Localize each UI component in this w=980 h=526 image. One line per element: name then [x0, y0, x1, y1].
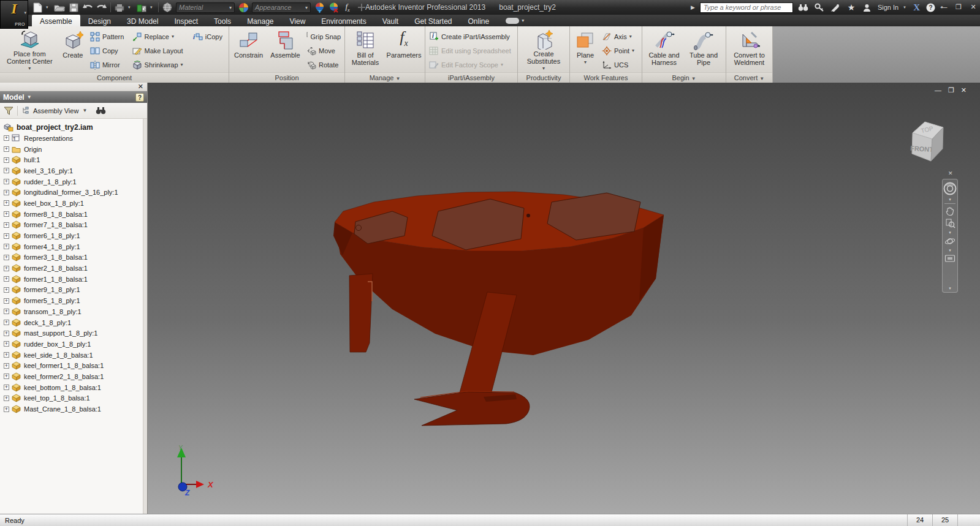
tree-item-keel-side-1-8-balsa-1[interactable]: +keel_side_1_8_balsa:1 [3, 350, 143, 361]
expander-icon[interactable]: + [4, 341, 9, 347]
tree-item-longitudinal-former-3-16-ply-1[interactable]: +longitudinal_former_3_16_ply:1 [3, 187, 143, 198]
tab-online[interactable]: Online [460, 15, 498, 26]
view-cube[interactable]: TOP FRONT [903, 113, 949, 165]
expander-icon[interactable]: + [4, 200, 9, 206]
ribbon-display-options-button[interactable]: ▾ [506, 15, 524, 26]
expander-icon[interactable]: + [4, 287, 9, 293]
appearance-combobox[interactable]: Appearance▾ [252, 2, 311, 13]
expander-icon[interactable]: + [4, 244, 9, 249]
assemble-button[interactable]: Assemble [267, 28, 304, 72]
tree-item-former5-1-8-ply-1[interactable]: +former5_1_8_ply:1 [3, 295, 143, 306]
redo-button[interactable] [96, 2, 107, 13]
chevron-down-icon[interactable]: ▼ [82, 108, 87, 113]
tree-item-mast-crane-1-8-balsa-1[interactable]: +Mast_Crane_1_8_balsa:1 [3, 404, 143, 415]
new-file-button[interactable] [32, 2, 43, 13]
tree-item-former4-1-8-ply-1[interactable]: +former4_1_8_ply:1 [3, 241, 143, 252]
tab-manage[interactable]: Manage [239, 15, 281, 26]
copy-button[interactable]: Copy [88, 43, 130, 58]
axis-button[interactable]: Axis▾ [599, 29, 639, 43]
tree-item-origin[interactable]: +Origin [3, 144, 143, 155]
expander-icon[interactable]: + [4, 233, 9, 239]
browser-help-button[interactable]: ? [135, 93, 144, 102]
tree-item-keel-former2-1-8-balsa-1[interactable]: +keel_former2_1_8_balsa:1 [3, 371, 143, 382]
tree-item-rudder-box-1-8-ply-1[interactable]: +rudder_box_1_8_ply:1 [3, 339, 143, 350]
tree-item-keel-former1-1-8-balsa-1[interactable]: +keel_former1_1_8_balsa:1 [3, 360, 143, 371]
expand-arrow-icon[interactable]: ▶ [691, 4, 695, 10]
minimize-button[interactable]: — [940, 3, 948, 10]
update-dropdown[interactable]: ▾ [150, 5, 155, 10]
expander-icon[interactable]: + [4, 363, 9, 369]
expander-icon[interactable]: + [4, 298, 9, 304]
convert-to-weldment-button[interactable]: Convert to Weldment [727, 28, 771, 72]
rotate-button[interactable]: Rotate [304, 58, 343, 72]
clear-appearance-button[interactable] [328, 2, 339, 13]
tree-item-former9-1-8-ply-1[interactable]: +former9_1_8_ply:1 [3, 285, 143, 296]
close-button[interactable]: ✕ [969, 3, 978, 11]
subscription-key-icon[interactable] [814, 2, 825, 13]
chevron-down-icon[interactable]: ▾ [949, 230, 951, 235]
sign-in-button[interactable]: Sign In [878, 4, 898, 11]
tab-vault[interactable]: Vault [374, 15, 406, 26]
tree-item-rudder-1-8-ply-1[interactable]: +rudder_1_8_ply:1 [3, 176, 143, 187]
tab-get-started[interactable]: Get Started [406, 15, 460, 26]
expander-icon[interactable]: + [4, 211, 9, 217]
navigation-wheel-icon[interactable] [943, 182, 957, 195]
search-binoculars-icon[interactable] [798, 2, 809, 13]
expander-icon[interactable]: + [4, 309, 9, 314]
tree-item-former6-1-8-ply-1[interactable]: +former6_1_8_ply:1 [3, 230, 143, 241]
expander-icon[interactable]: + [4, 320, 9, 325]
expander-icon[interactable]: + [4, 276, 9, 282]
tree-item-former7-1-8-balsa-1[interactable]: +former7_1_8_balsa:1 [3, 220, 143, 231]
icopy-button[interactable]: iiCopy [190, 29, 227, 43]
adjust-appearance-button[interactable] [314, 2, 325, 13]
expander-icon[interactable]: + [4, 385, 9, 390]
communication-center-icon[interactable] [830, 2, 841, 13]
favorites-star-icon[interactable]: ★ [846, 2, 857, 13]
update-button[interactable] [136, 2, 147, 13]
tree-root-assembly[interactable]: boat_project_try2.iam [3, 121, 143, 133]
expander-icon[interactable]: + [4, 255, 9, 260]
doc-minimize-button[interactable]: — [935, 86, 941, 94]
view-mode-selector[interactable]: Assembly View [33, 107, 78, 115]
tab-inspect[interactable]: Inspect [166, 15, 206, 26]
expander-icon[interactable]: + [4, 396, 9, 401]
expander-icon[interactable]: + [4, 407, 9, 412]
help-icon[interactable]: ? [925, 2, 936, 13]
shrinkwrap-button[interactable]: Shrinkwrap▾ [130, 58, 190, 72]
expander-icon[interactable]: + [4, 179, 9, 184]
chevron-down-icon[interactable]: ▼ [27, 94, 32, 100]
expander-icon[interactable]: + [4, 190, 9, 195]
browser-scrollbar[interactable] [143, 119, 147, 514]
application-menu-button[interactable]: I ▾ PRO [0, 0, 28, 29]
cable-and-harness-button[interactable]: Cable and Harness [644, 28, 685, 72]
tree-item-keel-top-1-8-balsa-1[interactable]: +keel_top_1_8_balsa:1 [3, 393, 143, 404]
tube-and-pipe-button[interactable]: Tube and Pipe [685, 28, 723, 72]
parameters-button[interactable]: fx Parameters [384, 28, 424, 72]
expander-icon[interactable]: + [4, 135, 9, 141]
chevron-down-icon[interactable]: ▾ [949, 248, 951, 252]
tab-3d-model[interactable]: 3D Model [119, 15, 166, 26]
chevron-down-icon[interactable]: ▾ [949, 197, 951, 201]
color-wheel-icon[interactable] [238, 2, 249, 13]
tab-view[interactable]: View [282, 15, 314, 26]
tree-item-former1-1-8-balsa-1[interactable]: +former1_1_8_balsa:1 [3, 274, 143, 285]
tree-item-mast-support-1-8-ply-1[interactable]: +mast_support_1_8_ply:1 [3, 328, 143, 339]
expander-icon[interactable]: + [4, 222, 9, 228]
3d-viewport[interactable]: — ❐ ✕ TOP FRONT ✕ ▾ ▾ ▾ ▾ Y X Z [148, 83, 980, 514]
expander-icon[interactable]: + [4, 374, 9, 379]
tree-item-transom-1-8-ply-1[interactable]: +transom_1_8_ply:1 [3, 306, 143, 317]
sign-in-dropdown[interactable]: ▾ [903, 5, 908, 10]
expander-icon[interactable]: + [4, 266, 9, 271]
plane-button[interactable]: Plane▾ [571, 28, 599, 72]
constrain-button[interactable]: Constrain [230, 28, 267, 72]
material-combobox[interactable]: Material▾ [176, 2, 235, 13]
expander-icon[interactable]: + [4, 168, 9, 173]
grip-snap-button[interactable]: Grip Snap [304, 29, 343, 43]
tree-item-keel-bottom-1-8-balsa-1[interactable]: +keel_bottom_1_8_balsa:1 [3, 382, 143, 393]
tab-assemble[interactable]: Assemble [32, 15, 80, 26]
bill-of-materials-button[interactable]: Bill of Materials [346, 28, 384, 72]
exchange-apps-icon[interactable]: X [913, 2, 920, 13]
fx-parameters-icon[interactable]: fx [342, 2, 353, 13]
tab-design[interactable]: Design [80, 15, 119, 26]
tree-item-keel-3-16-ply-1[interactable]: +keel_3_16_ply:1 [3, 165, 143, 176]
